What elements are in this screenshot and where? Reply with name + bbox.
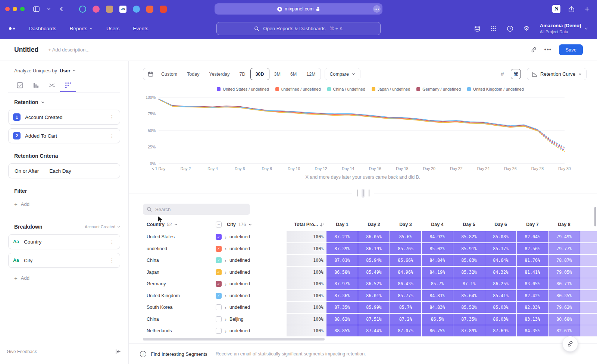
retention-cell[interactable]: 79.77% — [548, 243, 580, 254]
more-options-icon[interactable]: ••• — [544, 46, 552, 53]
breakdown-city[interactable]: AaCity⋮ — [8, 253, 120, 268]
share-icon[interactable] — [566, 4, 576, 14]
grid-view-icon[interactable]: # — [498, 71, 506, 77]
row-checkbox[interactable]: ✓ — [216, 293, 222, 299]
step-options-icon[interactable]: ⋮ — [109, 114, 115, 120]
row-checkbox[interactable]: ✓ — [216, 281, 222, 287]
range-12m[interactable]: 12M — [301, 68, 320, 80]
retention-cell[interactable]: 86.05% — [358, 231, 390, 242]
retention-cell[interactable]: 86.01% — [358, 290, 390, 301]
sort-icon[interactable] — [320, 222, 324, 227]
retention-cell[interactable]: 85.91% — [453, 243, 485, 254]
column-header-city[interactable]: – City 176 — [212, 222, 287, 228]
copy-link-icon[interactable] — [531, 47, 537, 53]
expand-row-icon[interactable]: › — [225, 258, 226, 263]
column-header-country[interactable]: Country 52 — [143, 222, 212, 227]
retention-cell[interactable]: 85.99% — [358, 302, 390, 313]
chart-type-dropdown[interactable]: Retention Curve — [527, 68, 587, 80]
layout-split-icon[interactable] — [362, 189, 365, 198]
column-header-day[interactable]: Day 2 — [358, 222, 390, 227]
retention-cell[interactable]: 80.71% — [548, 278, 580, 289]
address-more-button[interactable]: ••• — [373, 5, 381, 13]
retention-cell[interactable]: 85.41% — [485, 290, 516, 301]
retention-cell[interactable]: 80.35% — [548, 290, 580, 301]
row-checkbox[interactable] — [216, 316, 222, 322]
retention-cell[interactable]: 85.6% — [390, 231, 421, 242]
retention-criteria-card[interactable]: On or After Each Day — [8, 163, 120, 178]
collapse-sidebar-icon[interactable] — [115, 349, 121, 354]
legend-item[interactable]: undefined / undefined — [275, 87, 321, 91]
retention-cell[interactable]: 82.04% — [517, 231, 548, 242]
retention-cell[interactable]: 85.77% — [390, 290, 421, 301]
layout-table-icon[interactable] — [368, 189, 371, 198]
retention-cell[interactable]: 88.62% — [326, 314, 358, 325]
horizontal-scrollbar[interactable] — [143, 338, 325, 341]
retention-cell[interactable]: 85.02% — [422, 243, 453, 254]
retention-cell[interactable]: 79.62% — [548, 302, 580, 313]
legend-item[interactable]: United States / undefined — [217, 87, 269, 91]
compare-button[interactable]: Compare — [325, 68, 360, 80]
notion-extension-icon[interactable]: N — [552, 5, 560, 13]
retention-cell[interactable]: 84.64% — [485, 255, 516, 266]
share-link-floating-button[interactable] — [562, 336, 578, 352]
row-checkbox[interactable]: ✓ — [216, 269, 222, 275]
retention-cell[interactable]: 86.25% — [485, 278, 516, 289]
retention-cell[interactable]: 85.76% — [390, 243, 421, 254]
retention-cell[interactable]: 87.89% — [453, 325, 485, 336]
nav-reports[interactable]: Reports — [70, 26, 93, 31]
range-custom[interactable]: Custom — [156, 68, 182, 80]
apps-grid-icon[interactable] — [489, 24, 498, 33]
data-management-icon[interactable] — [473, 24, 482, 33]
range-30d[interactable]: 30D — [250, 68, 269, 80]
expand-row-icon[interactable]: › — [225, 328, 226, 334]
tab-insights-icon[interactable] — [12, 79, 28, 92]
retention-cell[interactable]: 85.7% — [390, 302, 421, 313]
retention-cell[interactable]: 85.49% — [358, 267, 390, 278]
expand-row-icon[interactable]: › — [225, 246, 226, 251]
step-options-icon[interactable]: ⋮ — [109, 133, 115, 139]
column-header-day[interactable]: Day 5 — [453, 222, 485, 227]
sidebar-toggle-icon[interactable] — [31, 4, 41, 14]
retention-cell[interactable]: 87.1% — [453, 278, 485, 289]
expand-row-icon[interactable]: › — [225, 281, 226, 287]
project-switcher[interactable]: Amazonia {Demo} All Project Data — [540, 23, 588, 34]
criteria-mode-dropdown[interactable]: On or After — [15, 168, 39, 174]
retention-cell[interactable]: 87.2% — [390, 314, 421, 325]
retention-cell[interactable]: 87.69% — [485, 325, 516, 336]
retention-cell[interactable]: 81.41% — [517, 267, 548, 278]
add-description[interactable]: + Add description... — [48, 47, 90, 53]
column-header-day[interactable]: Day 3 — [390, 222, 421, 227]
keyboard-shortcuts-icon[interactable]: ⌘ — [511, 69, 521, 79]
global-search[interactable]: Open Reports & Dashboards ⌘ + K — [216, 22, 381, 35]
address-bar[interactable]: mixpanel.com ••• — [215, 3, 382, 15]
retention-cell[interactable]: 81.76% — [517, 255, 548, 266]
range-yesterday[interactable]: Yesterday — [204, 68, 234, 80]
retention-cell[interactable]: 87.44% — [358, 325, 390, 336]
retention-cell[interactable]: 79.49% — [548, 231, 580, 242]
layout-compact-icon[interactable] — [356, 189, 359, 198]
minimize-window-button[interactable] — [13, 7, 17, 11]
custom-date-icon[interactable] — [143, 71, 156, 77]
retention-cell[interactable]: 84.84% — [422, 255, 453, 266]
retention-cell[interactable]: 86.5% — [422, 314, 453, 325]
breakdown-context-dropdown[interactable]: Account Created — [85, 225, 120, 229]
retention-cell[interactable]: 88.85% — [326, 325, 358, 336]
retention-cell[interactable]: 85.82% — [453, 231, 485, 242]
retention-cell[interactable]: 79.05% — [548, 267, 580, 278]
new-tab-icon[interactable] — [582, 4, 592, 14]
retention-cell[interactable]: 85.08% — [485, 231, 516, 242]
retention-cell[interactable]: 84.92% — [422, 231, 453, 242]
retention-cell[interactable]: 86.43% — [390, 278, 421, 289]
retention-cell[interactable]: 85.66% — [390, 255, 421, 266]
retention-cell[interactable]: 86.03% — [485, 314, 516, 325]
close-window-button[interactable] — [5, 7, 10, 11]
retention-cell[interactable]: 80.68% — [548, 314, 580, 325]
tab-flows-icon[interactable] — [44, 79, 60, 92]
range-3m[interactable]: 3M — [269, 68, 285, 80]
retention-cell[interactable]: 82.56% — [517, 243, 548, 254]
mixpanel-logo[interactable] — [9, 27, 15, 30]
report-title[interactable]: Untitled — [14, 46, 38, 54]
browser-tab-favicon[interactable] — [93, 6, 100, 13]
add-breakdown-button[interactable]: + Add — [14, 275, 120, 281]
retention-cell[interactable]: 87.35% — [453, 314, 485, 325]
